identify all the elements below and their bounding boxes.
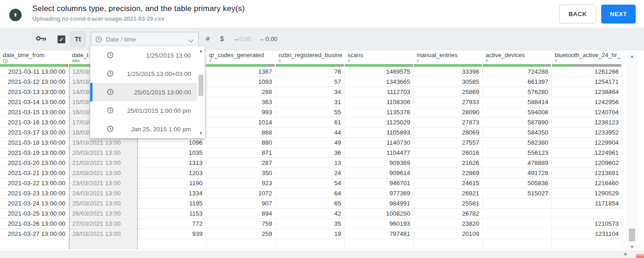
cell [483, 219, 552, 229]
integer-type-button[interactable]: # [206, 35, 209, 42]
cell: 1367 [206, 67, 276, 77]
cell: 894 [206, 209, 276, 219]
cell: 2021-03-12 13:00:00 [0, 77, 69, 87]
cell: 1231104 [552, 229, 622, 239]
datetime-format-dropdown: 1/25/2015 13:001/25/2015 13:00+03:0025/0… [90, 46, 205, 138]
table-row: 2021-03-24 13:00:0025/03/2021 13:0011959… [0, 199, 622, 209]
column-type-confidence-bar [206, 64, 275, 67]
cell: 1008250 [345, 209, 414, 219]
vertical-scrollbar[interactable]: ▲ ▼ [626, 52, 638, 251]
cell: 259 [206, 229, 276, 239]
column-header-qr_codes_generated[interactable]: qr_codes_generated# [206, 51, 276, 67]
datetime-format-select[interactable]: Date / time [91, 32, 199, 47]
cell: 2021-03-17 13:00:00 [0, 128, 69, 138]
cell: 1233952 [552, 128, 622, 138]
column-name: active_devices [483, 51, 552, 59]
datetime-format-value: Date / time [106, 36, 136, 43]
scroll-down-icon[interactable]: ▼ [626, 245, 638, 249]
column-type-glyph: # [276, 59, 345, 63]
cell: 588414 [483, 97, 552, 107]
primary-key-icon[interactable] [36, 35, 46, 44]
cell: 1210573 [552, 219, 622, 229]
cell: 1135378 [345, 107, 414, 117]
decrease-precision-button[interactable]: ←0.00 [259, 35, 278, 42]
cell [483, 199, 552, 209]
cell: 2021-03-19 13:00:00 [0, 148, 69, 158]
column-header-bluetooth_active_24_hr_[interactable]: bluetooth_active_24_hr_# [552, 51, 622, 67]
cell: 909614 [345, 168, 414, 178]
cell: 1195 [138, 199, 206, 209]
clock-icon [107, 107, 114, 114]
back-button[interactable]: BACK [559, 5, 596, 23]
cell: 556123 [483, 148, 552, 158]
cell: 20/03/2021 13:00 [69, 148, 138, 158]
cell: 587890 [483, 117, 552, 128]
cell: 27933 [414, 97, 483, 107]
horizontal-scrollbar[interactable]: ▶ [0, 251, 644, 258]
cell: 61 [276, 117, 345, 128]
cell: 64 [276, 188, 345, 199]
table-row: 2021-03-23 13:00:0024/03/2021 13:0013341… [0, 188, 622, 199]
increase-precision-button[interactable]: →0.00 [233, 35, 251, 42]
next-button[interactable]: NEXT [601, 5, 636, 23]
cell: 44 [276, 128, 345, 138]
cell: 42 [276, 209, 345, 219]
dropdown-item-label: 25/01/2015 13:00:00 [90, 89, 197, 96]
column-name: nzbn_registered_busine [276, 51, 345, 59]
dropdown-item[interactable]: 1/25/2015 13:00+03:00 [90, 64, 197, 83]
dropdown-scrollbar[interactable]: ▲ ▼ [197, 46, 205, 138]
column-header-active_devices[interactable]: active_devices# [483, 51, 552, 67]
cell: 22/03/2021 13:00 [69, 168, 138, 178]
cell: 1209602 [552, 158, 622, 168]
cell: 2021-03-24 13:00:00 [0, 199, 69, 209]
dropdown-item[interactable]: 25/01/2015 1:00:00 pm [90, 101, 197, 120]
cell: 1096 [138, 138, 206, 148]
cell: 27873 [414, 117, 483, 128]
dropdown-item[interactable]: 1/25/2015 13:00 [90, 46, 197, 64]
cell: 27/03/2021 13:00 [69, 219, 138, 229]
dropdown-item[interactable]: Jan 25, 2015 1:00 pm [90, 120, 197, 138]
dropdown-item[interactable]: 25/01/2015 13:00:00 [90, 83, 197, 101]
cell: 939 [138, 229, 206, 239]
text-type-button[interactable]: Tt [70, 31, 86, 47]
cell: 1190 [138, 178, 206, 188]
cell: 1242956 [552, 97, 622, 107]
precision-value: 0.00 [266, 35, 278, 42]
cell: 1224961 [552, 148, 622, 158]
dropdown-item-label: 25/01/2015 1:00:00 pm [90, 107, 197, 114]
dropdown-scrollbar-thumb[interactable] [198, 75, 203, 96]
table-row: 2021-03-25 13:00:0026/03/2021 13:0011538… [0, 209, 622, 219]
cell: 759 [206, 219, 276, 229]
boolean-type-checkbox[interactable]: ✓ [58, 35, 65, 43]
cell [0, 239, 69, 249]
cell: 28/03/2021 13:00 [69, 229, 138, 239]
cell: 977369 [345, 188, 414, 199]
cell: 25581 [414, 199, 483, 209]
cell: 2021-03-15 13:00:00 [0, 107, 69, 117]
vertical-scrollbar-thumb[interactable] [629, 229, 635, 241]
cell: 24615 [414, 178, 483, 188]
column-header-manual_entries[interactable]: manual_entries# [414, 51, 483, 67]
cell: 724288 [483, 67, 552, 77]
cell: 984991 [345, 199, 414, 209]
cell: 54 [276, 178, 345, 188]
scroll-up-icon[interactable]: ▲ [197, 49, 205, 53]
cell: 350 [206, 168, 276, 178]
cell: 26/03/2021 13:00 [69, 209, 138, 219]
cell: 55 [276, 107, 345, 117]
scroll-up-icon[interactable]: ▲ [626, 54, 638, 59]
column-header-date_time_from[interactable]: date_time_from [0, 51, 69, 67]
cell: 772 [138, 219, 206, 229]
currency-type-button[interactable]: $ [220, 35, 224, 42]
scroll-right-icon[interactable]: ▶ [625, 252, 627, 256]
scroll-down-icon[interactable]: ▼ [197, 131, 205, 135]
cell [345, 239, 414, 249]
cell: 24 [276, 168, 345, 178]
cell: 57 [276, 77, 345, 87]
column-header-scans[interactable]: scans# [345, 51, 414, 67]
column-type-confidence-bar [345, 64, 413, 67]
right-arrow-icon: → [233, 35, 239, 42]
column-header-nzbn_registered_busine[interactable]: nzbn_registered_busine# [276, 51, 345, 67]
cell: 1229904 [552, 138, 622, 148]
cell: 582380 [483, 138, 552, 148]
